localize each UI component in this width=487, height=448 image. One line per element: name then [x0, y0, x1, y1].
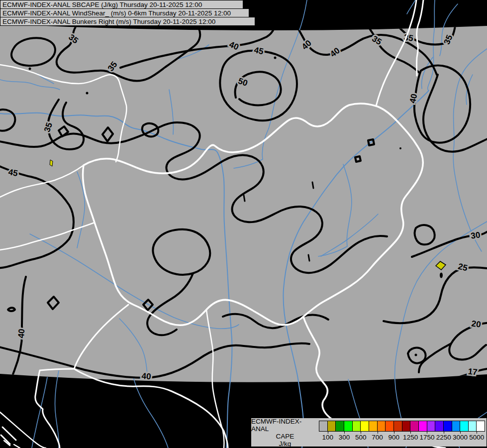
legend-color-cell	[418, 421, 427, 432]
map-canvas: 35354045504040353535403545404030252017	[0, 0, 487, 448]
legend-color-cell	[377, 421, 386, 432]
legend-color-cell	[319, 421, 328, 432]
legend-color-cell	[427, 421, 436, 432]
legend-tick-label: 900	[389, 434, 400, 441]
legend-color-cell	[402, 421, 411, 432]
legend-color-cell	[369, 421, 378, 432]
legend-tick-label: 1250	[403, 434, 418, 441]
contour-label: 40	[408, 93, 419, 104]
contour-label: 17	[468, 367, 478, 377]
legend-color-cell	[335, 421, 344, 432]
title-bar-bunkers: ECMWF-INDEX-ANAL Bunkers Right (m/s) Thu…	[0, 17, 255, 26]
legend-tick-label: 2250	[436, 434, 451, 441]
legend-color-cell	[344, 421, 353, 432]
contour-label: 40	[141, 371, 151, 381]
legend-color-cell	[468, 421, 477, 432]
legend-title: ECMWF-INDEX-ANAL CAPE J/kg	[251, 418, 319, 447]
legend-tick-label: 700	[372, 434, 383, 441]
contour-label: 45	[253, 45, 264, 57]
legend-tick-label: 5000	[469, 434, 484, 441]
legend-color-cell	[476, 421, 485, 432]
title-bar-windshear: ECMWF-INDEX-ANAL WindShear_ (m/s) 0-6km …	[0, 8, 249, 17]
cape-spot-small	[50, 160, 53, 166]
legend-tick-label: 3000	[453, 434, 468, 441]
legend-tick-label: 500	[355, 434, 367, 441]
contour-label: 20	[471, 319, 481, 329]
legend-tick-label: 1750	[419, 434, 434, 441]
legend-color-bar: 10030050070090012501750225030005000	[319, 418, 487, 447]
legend-color-cell	[452, 421, 461, 432]
legend-color-cell	[360, 421, 369, 432]
legend-tick-label: 100	[322, 434, 333, 441]
contour-label: 45	[7, 167, 18, 178]
legend-title-line2: CAPE	[276, 433, 294, 440]
title-bar-sbcape: ECMWF-INDEX-ANAL SBCAPE (J/kg) Thursday …	[0, 0, 243, 9]
contour-label: 40	[16, 329, 27, 339]
legend-color-cell	[393, 421, 402, 432]
legend-color-cell	[443, 421, 452, 432]
legend-color-cell	[327, 421, 336, 432]
cape-legend: ECMWF-INDEX-ANAL CAPE J/kg 1003005007009…	[251, 418, 487, 447]
map-dot	[440, 273, 443, 278]
legend-title-line1: ECMWF-INDEX-ANAL	[251, 418, 319, 433]
weather-map-window: 35354045504040353535403545404030252017 E…	[0, 0, 487, 448]
legend-title-line3: J/kg	[279, 440, 292, 448]
legend-color-cell	[460, 421, 469, 432]
legend-color-cell	[435, 421, 444, 432]
legend-color-cell	[352, 421, 361, 432]
contour-label: 30	[470, 230, 481, 240]
legend-tick-label: 300	[339, 434, 350, 441]
legend-color-cell	[385, 421, 394, 432]
legend-color-cell	[410, 421, 419, 432]
